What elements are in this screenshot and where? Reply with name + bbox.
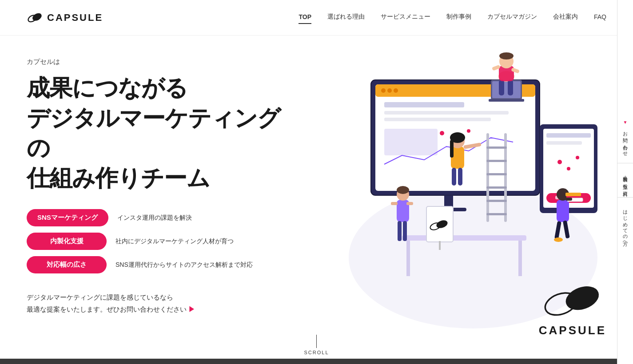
cta-arrow: ▶ — [187, 305, 195, 313]
hero-subtitle: カプセルは — [27, 58, 284, 66]
svg-point-1 — [32, 12, 42, 21]
svg-rect-44 — [450, 140, 454, 158]
svg-point-50 — [397, 186, 409, 194]
svg-rect-59 — [486, 173, 507, 175]
scroll-line — [316, 335, 317, 348]
svg-rect-63 — [557, 200, 569, 222]
feature-button-2[interactable]: 対応幅の広さ — [27, 256, 107, 273]
sidebar-pricing[interactable]: 料金表・お役立ち資料 — [617, 163, 633, 198]
svg-rect-28 — [406, 241, 410, 276]
logo-icon — [27, 10, 43, 26]
hero-right: CAPSULE — [311, 36, 633, 364]
svg-rect-47 — [458, 168, 462, 186]
cta-section: デジタルマーケティングに課題を感じているなら 最適な提案をいたします。ぜひお問い… — [27, 291, 284, 315]
sidebar-pricing-label: 料金表・お役立ち資料 — [622, 172, 629, 188]
bottom-logo-text: CAPSULE — [539, 324, 606, 337]
svg-point-22 — [557, 160, 562, 164]
svg-rect-11 — [384, 118, 491, 121]
logo[interactable]: CAPSULE — [27, 10, 103, 26]
scroll-text: SCROLL — [304, 350, 329, 355]
bottom-logo: CAPSULE — [539, 280, 606, 337]
svg-rect-75 — [439, 241, 441, 250]
svg-point-38 — [499, 52, 514, 59]
svg-rect-52 — [403, 221, 407, 241]
svg-rect-31 — [492, 81, 521, 98]
svg-rect-10 — [384, 111, 509, 115]
nav-item-会社案内[interactable]: 会社案内 — [553, 13, 578, 23]
capsule-logo-large-icon — [541, 280, 604, 320]
feature-desc-2: SNS運用代行からサイトのアクセス解析まで対応 — [115, 261, 253, 269]
nav-item-サービスメニュー[interactable]: サービスメニュー — [381, 13, 430, 23]
svg-point-8 — [394, 88, 398, 93]
sidebar-contact[interactable]: ▼ お問い合わせ — [617, 111, 633, 163]
feature-button-1[interactable]: 内製化支援 — [27, 233, 107, 250]
svg-rect-61 — [486, 200, 507, 202]
svg-rect-54 — [406, 202, 413, 205]
cta-text-2: 最適な提案をいたします。ぜひお問い合わせください ▶ — [27, 303, 284, 315]
svg-rect-34 — [499, 80, 504, 95]
nav-item-top[interactable]: TOP — [299, 13, 311, 22]
sidebar-contact-label: お問い合わせ — [622, 128, 629, 154]
svg-rect-29 — [518, 241, 522, 276]
feature-button-0[interactable]: SNSマーケティング — [27, 209, 108, 226]
svg-rect-66 — [565, 193, 581, 196]
svg-point-23 — [567, 167, 570, 170]
svg-point-15 — [467, 129, 470, 133]
svg-rect-20 — [546, 133, 591, 138]
nav-item-カプセルマガジン[interactable]: カプセルマガジン — [487, 13, 537, 23]
svg-rect-9 — [384, 102, 464, 107]
svg-point-13 — [440, 131, 444, 135]
hero-title: 成果につながるデジタルマーケティングの仕組み作りチーム — [27, 73, 284, 193]
feature-item-0: SNSマーケティングインスタ運用の課題を解決 — [27, 209, 284, 226]
svg-point-71 — [554, 237, 563, 242]
main-nav: TOP選ばれる理由サービスメニュー制作事例カプセルマガジン会社案内FAQ — [299, 13, 606, 23]
sidebar-triangle-icon: ▼ — [623, 120, 628, 125]
svg-point-24 — [576, 156, 579, 159]
cta-text-1: デジタルマーケティングに課題を感じているなら — [27, 291, 284, 303]
feature-desc-1: 社内にデジタルマーケティング人材が育つ — [115, 237, 234, 245]
svg-rect-12 — [384, 129, 438, 155]
svg-rect-27 — [402, 235, 526, 241]
svg-rect-35 — [508, 80, 513, 95]
feature-desc-0: インスタ運用の課題を解決 — [117, 214, 192, 222]
svg-rect-57 — [486, 146, 507, 149]
svg-rect-21 — [546, 141, 582, 145]
svg-rect-51 — [398, 221, 402, 241]
nav-item-選ばれる理由[interactable]: 選ばれる理由 — [327, 13, 365, 23]
svg-point-6 — [381, 88, 386, 93]
svg-rect-46 — [452, 168, 456, 186]
svg-rect-60 — [486, 186, 507, 189]
sidebar-beginners-label: はじめての方へ — [622, 206, 629, 244]
svg-rect-58 — [486, 160, 507, 162]
nav-item-faq[interactable]: FAQ — [594, 13, 606, 22]
logo-text: CAPSULE — [47, 12, 103, 24]
feature-item-2: 対応幅の広さSNS運用代行からサイトのアクセス解析まで対応 — [27, 256, 284, 273]
svg-point-77 — [563, 283, 601, 313]
svg-rect-68 — [565, 198, 572, 201]
svg-rect-32 — [489, 99, 524, 102]
feature-list: SNSマーケティングインスタ運用の課題を解決内製化支援社内にデジタルマーケティン… — [27, 209, 284, 273]
feature-item-1: 内製化支援社内にデジタルマーケティング人材が育つ — [27, 233, 284, 250]
header: CAPSULE TOP選ばれる理由サービスメニュー制作事例カプセルマガジン会社案… — [0, 0, 633, 36]
svg-point-7 — [387, 88, 392, 93]
nav-item-制作事例[interactable]: 制作事例 — [446, 13, 471, 23]
hero-left: カプセルは 成果につながるデジタルマーケティングの仕組み作りチーム SNSマーケ… — [0, 36, 311, 364]
sidebar-beginners[interactable]: はじめての方へ — [617, 198, 633, 253]
svg-rect-53 — [391, 202, 398, 205]
main-content: カプセルは 成果につながるデジタルマーケティングの仕組み作りチーム SNSマーケ… — [0, 36, 633, 364]
right-sidebar: ▼ お問い合わせ 料金表・お役立ち資料 はじめての方へ — [617, 0, 633, 364]
scroll-indicator: SCROLL — [304, 335, 329, 355]
svg-rect-62 — [486, 213, 507, 215]
